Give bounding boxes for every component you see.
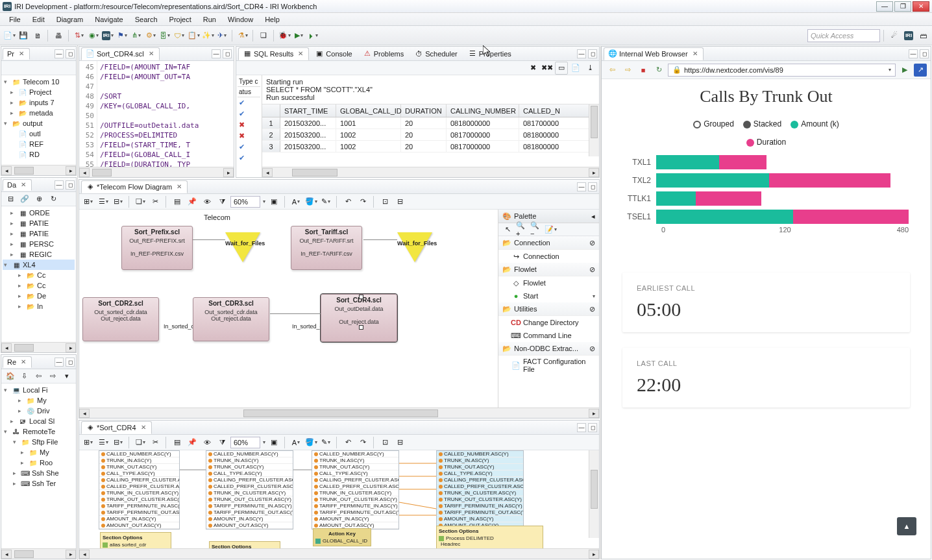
undo-icon[interactable]: ↶ xyxy=(341,436,354,449)
table-row[interactable]: 3201503200...1002200817000000081800000 xyxy=(262,141,599,152)
minimize-icon[interactable]: — xyxy=(55,358,64,367)
wizard-icon[interactable]: ✨▾ xyxy=(201,29,214,42)
join-icon[interactable]: ◉▾ xyxy=(87,29,100,42)
palette-section-nonodbc[interactable]: Non-ODBC Extrac... xyxy=(514,345,578,352)
redo-icon[interactable]: ↷ xyxy=(356,195,369,208)
palette-item-connection[interactable]: ↪Connection xyxy=(498,250,599,263)
ext-browser-icon[interactable]: ↗ xyxy=(914,64,927,77)
menu-icon[interactable]: ▾ xyxy=(60,370,73,383)
filter-icon[interactable]: ⧩ xyxy=(215,436,228,449)
zoom-in-icon[interactable]: 🔍+ xyxy=(515,223,528,236)
go-icon[interactable]: ▶ xyxy=(898,64,911,77)
palette-section-utilities[interactable]: Utilities xyxy=(514,305,537,313)
copy-layout-icon[interactable]: ❏▾ xyxy=(134,436,147,449)
align-icon[interactable]: ☰▾ xyxy=(97,195,110,208)
filter-icon[interactable]: ⧩ xyxy=(215,195,228,208)
minimize-icon[interactable]: — xyxy=(577,49,586,58)
sort-icon[interactable]: ⇅▾ xyxy=(73,29,86,42)
arrange-icon[interactable]: ⊞▾ xyxy=(82,436,95,449)
menu-file[interactable]: File xyxy=(4,14,26,25)
url-input[interactable]: 🔒https://dw.nextcoder.com/vis/89▾ xyxy=(668,64,896,77)
flow-canvas[interactable]: Telecom Sort_Prefix.scl Out_REF-PREFIX.s… xyxy=(79,210,498,408)
flow-node-sort-cdr4[interactable]: Sort_CDR4.scl Out_outDetail.data Out_rej… xyxy=(321,294,397,342)
align-icon[interactable]: ☰▾ xyxy=(97,436,110,449)
maximize-icon[interactable]: ◻ xyxy=(920,49,929,58)
close-icon[interactable]: ✕ xyxy=(175,183,183,191)
new-conn-icon[interactable]: ⊕ xyxy=(32,193,45,206)
palette-section-connection[interactable]: Connection xyxy=(514,239,550,247)
link-icon[interactable]: 🔗 xyxy=(18,193,31,206)
close-icon[interactable]: ✕ xyxy=(147,50,155,58)
maximize-icon[interactable]: ◻ xyxy=(588,182,597,191)
tab-problems[interactable]: ⚠Problems xyxy=(358,47,408,60)
table-row[interactable]: 2201503200...1002200817000000081800000 xyxy=(262,129,599,141)
tab-properties[interactable]: ☰Properties xyxy=(463,47,516,60)
layers-icon[interactable]: ▤ xyxy=(171,195,184,208)
maximize-icon[interactable]: ◻ xyxy=(66,358,75,367)
print-icon[interactable]: 🖶 xyxy=(52,29,65,42)
zoom-out-icon[interactable]: 🔍− xyxy=(530,223,543,236)
legend-stacked[interactable]: Stacked xyxy=(743,119,781,128)
db-icon[interactable]: 🗄▾ xyxy=(158,29,171,42)
group-icon[interactable]: ⊡ xyxy=(378,436,391,449)
quick-access-input[interactable]: Quick Access xyxy=(811,32,853,40)
menu-navigate[interactable]: Navigate xyxy=(90,14,128,25)
flow-node-wait[interactable]: Wait_for_Files xyxy=(225,232,260,267)
paste-layout-icon[interactable]: ✂ xyxy=(149,195,162,208)
save-icon[interactable]: 💾 xyxy=(17,29,30,42)
remote-tree[interactable]: ▾💻Local Fi ▸📁My ▸💿Driv ▸🖳Local Sl ▾🖧Remo… xyxy=(1,383,76,548)
collapse-icon[interactable]: ⊟ xyxy=(4,193,17,206)
hide-icon[interactable]: 👁 xyxy=(201,436,214,449)
restore-button[interactable]: ❐ xyxy=(894,1,911,12)
sql-results-table[interactable]: START_TIME GLOBAL_CALL_ID DURATION CALLI… xyxy=(262,104,599,167)
back-icon[interactable]: ⇦ xyxy=(606,64,619,77)
line-icon[interactable]: ✎▾ xyxy=(319,195,332,208)
minimize-icon[interactable]: — xyxy=(577,423,586,432)
copy-layout-icon[interactable]: ❏▾ xyxy=(134,195,147,208)
remove-icon[interactable]: ✖ xyxy=(526,62,539,75)
home-icon[interactable]: 🏠 xyxy=(4,370,17,383)
ds-tree[interactable]: ▸▦ORDE ▸▦PATIE ▸▦PATIE ▸▦PERSC ▸▦REGIC ▾… xyxy=(1,206,76,342)
shield-icon[interactable]: 🛡▾ xyxy=(173,29,186,42)
menu-edit[interactable]: Edit xyxy=(27,14,50,25)
paste-layout-icon[interactable]: ✂ xyxy=(149,436,162,449)
ungroup-icon[interactable]: ⊟ xyxy=(393,436,406,449)
stop-icon[interactable]: ■ xyxy=(637,64,650,77)
db-perspective-icon[interactable]: 🗃 xyxy=(916,29,929,42)
minimize-icon[interactable]: — xyxy=(909,49,918,58)
menu-diagram[interactable]: Diagram xyxy=(51,14,89,25)
tab-scheduler[interactable]: ⏱Scheduler xyxy=(410,47,462,60)
remove-all-icon[interactable]: ✖✖ xyxy=(541,62,554,75)
run-ext-icon[interactable]: ⏵▾ xyxy=(306,29,319,42)
group-icon[interactable]: ⊡ xyxy=(378,195,391,208)
run-icon[interactable]: ▶▾ xyxy=(292,29,305,42)
close-icon[interactable]: ✕ xyxy=(140,424,147,432)
save-all-icon[interactable]: 🗎 xyxy=(31,29,44,42)
redo-icon[interactable]: ↷ xyxy=(356,436,369,449)
font-icon[interactable]: A▾ xyxy=(289,195,302,208)
back-icon[interactable]: ⇦ xyxy=(32,370,45,383)
palette-item-cmd[interactable]: ⌨Command Line xyxy=(498,329,599,342)
maximize-icon[interactable]: ◻ xyxy=(66,49,75,58)
refresh-icon[interactable]: ↻ xyxy=(47,193,60,206)
text-mode-icon[interactable]: 📄 xyxy=(569,62,582,75)
flag-icon[interactable]: ⚑▾ xyxy=(116,29,129,42)
forward-icon[interactable]: ⇨ xyxy=(621,64,634,77)
maximize-icon[interactable]: ◻ xyxy=(588,423,597,432)
project-tree[interactable]: ▾📁Telecom 10 ▸📄Project ▸📂inputs 7 ▸📂meta… xyxy=(1,75,76,165)
report-icon[interactable]: 📋▾ xyxy=(187,29,200,42)
select-icon[interactable]: ↖ xyxy=(501,223,514,236)
tab-remote[interactable]: Re✕ xyxy=(3,356,32,368)
flow-node-wait2[interactable]: Wait_for_Files xyxy=(397,232,432,267)
tab-console[interactable]: ▣Console xyxy=(310,47,356,60)
table-row[interactable]: 1201503200...1001200818000000081700000 xyxy=(262,117,599,129)
fill-icon[interactable]: 🪣▾ xyxy=(304,195,317,208)
undo-icon[interactable]: ↶ xyxy=(341,195,354,208)
zoom-input[interactable]: 60% xyxy=(230,437,260,448)
iri-icon[interactable]: IRI▾ xyxy=(101,29,114,42)
distribute-icon[interactable]: ⊟▾ xyxy=(112,436,125,449)
minimize-icon[interactable]: — xyxy=(55,180,64,189)
palette-item-cd[interactable]: CDChange Directory xyxy=(498,316,599,329)
close-icon[interactable]: ✕ xyxy=(19,181,27,189)
refresh-icon[interactable]: ↻ xyxy=(652,64,665,77)
